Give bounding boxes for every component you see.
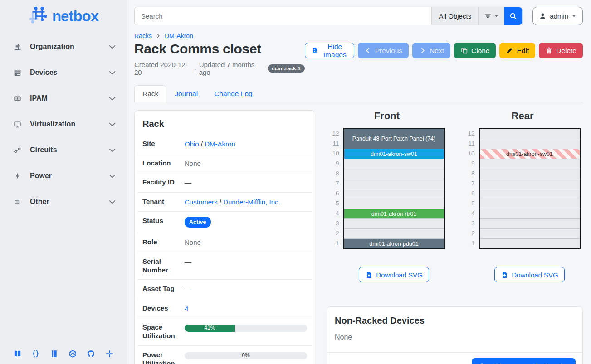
rack-device[interactable]: dmi01-akron-pdu01 <box>344 238 444 248</box>
sidebar-item-power[interactable]: Power <box>7 170 120 182</box>
rack-unit-empty[interactable] <box>480 228 580 238</box>
elevations-region: Front121110987654321Panduit 48-Port Patc… <box>327 110 583 364</box>
breadcrumb-racks[interactable]: Racks <box>134 32 152 39</box>
page-title: Rack Comms closet <box>134 41 305 57</box>
rack-unit-empty[interactable] <box>480 169 580 179</box>
unit-numbers: 121110987654321 <box>329 128 339 249</box>
rack-unit-empty[interactable] <box>344 228 444 238</box>
attr-row-space-utilization: Space Utilization 41% <box>137 318 312 345</box>
tenant-group-link[interactable]: Customers <box>185 198 218 206</box>
add-non-racked-device-button[interactable]: Add a Non-Racked Device <box>472 358 576 364</box>
front-rack: Panduit 48-Port Patch Panel (74)dmi01-ak… <box>343 128 445 249</box>
delete-button[interactable]: Delete <box>539 43 583 58</box>
sidebar-item-virtualization[interactable]: Virtualization <box>7 118 120 131</box>
tab-change-log[interactable]: Change Log <box>206 85 260 102</box>
chevron-left-icon <box>364 47 372 54</box>
trash-icon <box>545 47 553 54</box>
next-button[interactable]: Next <box>412 43 450 58</box>
rack-unit-empty[interactable] <box>480 218 580 228</box>
rack-device[interactable]: Panduit 48-Port Patch Panel (74) <box>344 129 444 149</box>
docs-icon[interactable] <box>12 349 22 359</box>
slack-icon[interactable] <box>105 349 115 359</box>
rack-unit-empty[interactable] <box>344 169 444 179</box>
object-type-selector[interactable]: All Objects <box>431 7 478 25</box>
netbox-logo[interactable]: netbox <box>0 0 127 29</box>
chevron-down-icon <box>108 121 116 128</box>
sidebar-item-organization[interactable]: Organization <box>7 40 120 53</box>
rack-unit-empty[interactable] <box>344 218 444 228</box>
clone-button[interactable]: Clone <box>454 43 496 58</box>
search-filter-dropdown[interactable] <box>478 7 504 25</box>
rear-elevation-title: Rear <box>512 110 534 122</box>
graphql-icon[interactable] <box>68 349 78 359</box>
devices-count-link[interactable]: 4 <box>185 305 188 312</box>
rack-device[interactable]: dmi01-akron-sw01 <box>344 149 444 159</box>
site-link-ohio[interactable]: Ohio <box>185 140 199 148</box>
rack-unit-empty[interactable] <box>480 179 580 189</box>
chevron-down-icon <box>108 69 116 77</box>
sidebar-item-ipam[interactable]: IPAM <box>7 92 120 105</box>
sidebar-item-other[interactable]: Other <box>7 195 120 208</box>
user-menu[interactable]: admin <box>532 7 583 25</box>
sidebar-item-devices[interactable]: Devices <box>7 66 120 79</box>
rack-unit-empty[interactable] <box>344 199 444 209</box>
rack-unit-empty[interactable] <box>344 159 444 169</box>
sidebar-menu: OrganizationDevicesIPAMVirtualizationCir… <box>0 40 127 208</box>
sidebar-item-label: Other <box>30 198 108 206</box>
front-download-svg-button[interactable]: Download SVG <box>359 267 429 282</box>
rest-api-icon[interactable] <box>31 349 41 359</box>
tab-bar: Rack Journal Change Log <box>134 85 583 102</box>
pencil-icon <box>506 47 513 54</box>
rack-elevations: Front121110987654321Panduit 48-Port Patc… <box>327 110 583 282</box>
sidebar-item-label: Organization <box>30 43 108 51</box>
rack-device[interactable]: dmi01-akron-rtr01 <box>344 209 444 218</box>
api-docs-icon[interactable] <box>49 349 59 359</box>
rack-unit-empty[interactable] <box>344 179 444 189</box>
search-icon <box>509 12 517 20</box>
edit-button[interactable]: Edit <box>499 43 535 58</box>
ipam-icon <box>13 94 22 103</box>
chevron-down-icon <box>108 198 116 206</box>
rack-unit-empty[interactable] <box>344 189 444 199</box>
content-area: Rack Site Ohio / DM-Akron Location None <box>134 110 583 364</box>
non-racked-devices-panel: Non-Racked Devices None Add a Non-Racked… <box>327 306 583 364</box>
rack-unit-empty[interactable] <box>480 139 580 149</box>
person-icon <box>539 12 547 20</box>
virtualization-icon <box>13 120 22 129</box>
rack-unit-empty[interactable] <box>480 199 580 209</box>
asset-tag-value: — <box>185 285 307 294</box>
rack-unit-empty[interactable] <box>480 159 580 169</box>
chevron-down-icon <box>108 95 116 102</box>
sidebar: netbox OrganizationDevicesIPAMVirtualiza… <box>0 0 127 364</box>
rack-unit-empty[interactable] <box>480 209 580 218</box>
chevron-down-icon <box>108 172 116 180</box>
rear-download-svg-button[interactable]: Download SVG <box>494 267 565 282</box>
breadcrumb-dm-akron[interactable]: DM-Akron <box>165 32 193 39</box>
sidebar-item-label: Circuits <box>30 146 108 154</box>
action-buttons: Hide Images Previous Next Clone Edit <box>305 43 583 58</box>
chevron-down-icon <box>108 43 116 51</box>
attr-row-asset-tag: Asset Tag — <box>137 279 312 299</box>
rack-device[interactable]: dmi01-akron-sw01 <box>480 149 580 159</box>
rack-unit-empty[interactable] <box>480 129 580 139</box>
chevron-down-icon <box>108 146 116 154</box>
search-button[interactable] <box>504 7 522 25</box>
hide-images-button[interactable]: Hide Images <box>305 43 354 58</box>
github-icon[interactable] <box>86 349 96 359</box>
search-input[interactable] <box>135 7 431 25</box>
tenant-link[interactable]: Dunder-Mifflin, Inc. <box>223 198 280 206</box>
caret-down-icon <box>494 14 499 19</box>
tab-rack[interactable]: Rack <box>134 85 166 102</box>
rack-unit-empty[interactable] <box>480 189 580 199</box>
attr-row-site: Site Ohio / DM-Akron <box>135 135 315 154</box>
tab-journal[interactable]: Journal <box>166 85 206 102</box>
rack-unit-empty[interactable] <box>480 238 580 248</box>
breadcrumb: Racks DM-Akron <box>134 32 583 39</box>
attr-row-status: Status Active <box>137 211 312 233</box>
space-utilization-bar: 41% <box>185 325 307 332</box>
power-utilization-bar: 0% <box>185 352 307 359</box>
netbox-logo-icon <box>29 5 49 27</box>
sidebar-item-circuits[interactable]: Circuits <box>7 144 120 156</box>
previous-button[interactable]: Previous <box>358 43 409 58</box>
site-link-dm-akron[interactable]: DM-Akron <box>205 140 235 148</box>
